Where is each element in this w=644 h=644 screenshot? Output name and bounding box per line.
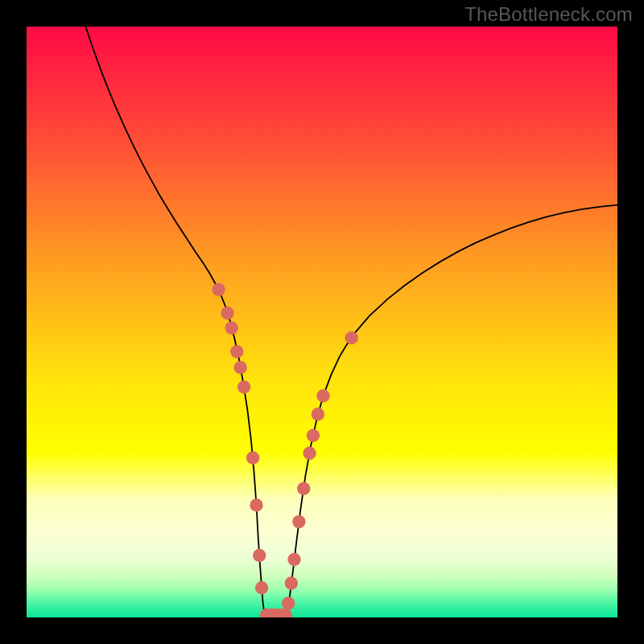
data-marker	[255, 581, 268, 594]
data-marker	[234, 361, 247, 374]
data-marker	[225, 321, 238, 334]
data-marker	[312, 407, 324, 420]
data-marker	[285, 576, 298, 589]
data-marker	[237, 381, 250, 394]
data-marker	[230, 345, 243, 358]
data-marker	[287, 553, 300, 566]
data-marker	[292, 515, 305, 528]
chart-container: TheBottleneck.com	[0, 0, 644, 644]
data-marker	[253, 549, 266, 562]
data-marker	[282, 597, 295, 609]
data-marker	[316, 390, 329, 402]
plot-area	[27, 27, 617, 617]
data-marker	[212, 283, 225, 295]
gradient-background	[27, 27, 617, 617]
data-marker	[246, 452, 259, 464]
data-marker	[303, 447, 316, 460]
watermark-text: TheBottleneck.com	[464, 3, 633, 26]
chart-svg	[27, 27, 617, 617]
data-marker	[297, 482, 310, 495]
data-marker	[221, 307, 233, 320]
data-marker	[250, 498, 262, 511]
data-marker	[307, 429, 320, 442]
data-marker	[345, 332, 358, 345]
